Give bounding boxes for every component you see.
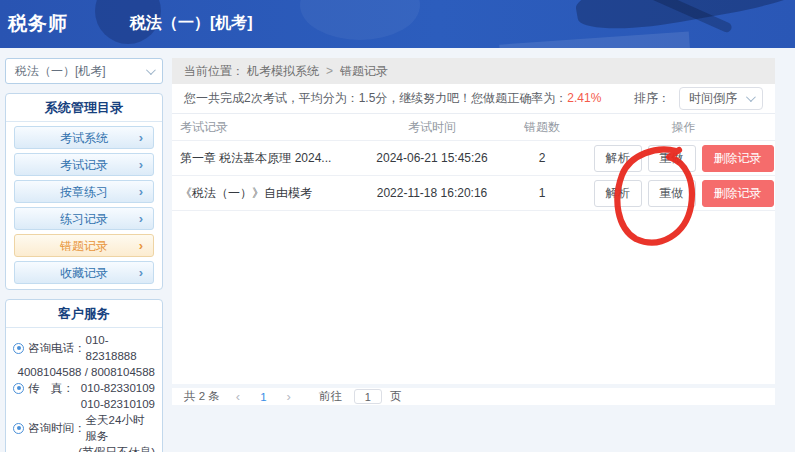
header-decor-hand-silhouette bbox=[572, 0, 795, 39]
phone-icon bbox=[13, 343, 24, 354]
redo-button[interactable]: 重做 bbox=[648, 180, 696, 207]
sidebar-item-favorites[interactable]: 收藏记录 › bbox=[14, 261, 154, 284]
sidebar: 税法（一）[机考] 系统管理目录 考试系统 › 考试记录 › 按章练习 › 练习… bbox=[5, 58, 163, 452]
service-line: 传 真： 010-82330109 bbox=[6, 380, 162, 396]
sidebar-item-label: 考试系统 bbox=[60, 131, 108, 145]
sort-label: 排序： bbox=[634, 90, 670, 107]
goto-label: 前往 bbox=[319, 389, 342, 404]
redo-button[interactable]: 重做 bbox=[648, 145, 696, 172]
header-decor-shape bbox=[300, 0, 420, 40]
breadcrumb-current: 错题记录 bbox=[340, 63, 388, 80]
fax-icon bbox=[13, 383, 24, 394]
header-decor-sheet bbox=[499, 31, 691, 48]
table-row: 《税法（一）》自由模考 2022-11-18 16:20:16 1 解析 重做 … bbox=[172, 176, 775, 211]
delete-record-button[interactable]: 删除记录 bbox=[702, 145, 774, 172]
sidebar-item-chapter-practice[interactable]: 按章练习 › bbox=[14, 180, 154, 203]
header-cell-actions: 操作 bbox=[592, 119, 775, 136]
customer-service-panel: 客户服务 咨询电话： 010-82318888 4008104588 / 800… bbox=[5, 299, 163, 452]
pagination: 共 2 条 ‹ 1 › 前往 页 bbox=[172, 388, 775, 405]
sidebar-item-label: 练习记录 bbox=[60, 212, 108, 226]
header-cell-error-count: 错题数 bbox=[492, 119, 592, 136]
cell-exam-name: 《税法（一）》自由模考 bbox=[172, 185, 372, 202]
customer-service-title: 客户服务 bbox=[6, 300, 162, 328]
sidebar-item-label: 错题记录 bbox=[60, 239, 108, 253]
page-title: 税法（一）[机考] bbox=[130, 13, 253, 34]
chevron-right-icon: › bbox=[139, 127, 143, 149]
cell-error-count: 2 bbox=[492, 151, 592, 165]
service-fax-1: 010-82330109 bbox=[81, 380, 155, 396]
analysis-button[interactable]: 解析 bbox=[594, 145, 642, 172]
breadcrumb-prefix: 当前位置： bbox=[184, 63, 244, 80]
sidebar-item-practice-records[interactable]: 练习记录 › bbox=[14, 207, 154, 230]
service-phone-1: 010-82318888 bbox=[86, 332, 156, 364]
course-select[interactable]: 税法（一）[机考] bbox=[5, 58, 163, 84]
main-content: 当前位置： 机考模拟系统 > 错题记录 您一共完成2次考试，平均分为：1.5分，… bbox=[172, 58, 775, 405]
breadcrumb-separator-icon: > bbox=[326, 64, 333, 78]
goto-suffix: 页 bbox=[390, 389, 402, 404]
header-decor-pen bbox=[647, 0, 733, 34]
chevron-right-icon: › bbox=[139, 181, 143, 203]
header-cell-exam-record: 考试记录 bbox=[172, 119, 372, 136]
service-line: 咨询时间： 全天24小时服务 bbox=[6, 412, 162, 444]
stats-summary: 您一共完成2次考试，平均分为：1.5分，继续努力吧！您做题正确率为： bbox=[184, 91, 567, 105]
course-select-value: 税法（一）[机考] bbox=[15, 63, 106, 80]
sort-value: 时间倒序 bbox=[689, 90, 737, 107]
service-line: 4008104588 / 8008104588 bbox=[6, 364, 162, 380]
breadcrumb: 当前位置： 机考模拟系统 > 错题记录 bbox=[172, 58, 775, 84]
service-hours-2: (节假日不休息) bbox=[78, 444, 155, 452]
chevron-right-icon: › bbox=[139, 262, 143, 284]
chevron-down-icon bbox=[746, 92, 756, 102]
service-line: 咨询电话： 010-82318888 bbox=[6, 332, 162, 364]
system-menu-title: 系统管理目录 bbox=[6, 94, 162, 122]
prev-page-button[interactable]: ‹ bbox=[232, 389, 244, 404]
breadcrumb-parent[interactable]: 机考模拟系统 bbox=[247, 63, 319, 80]
next-page-button[interactable]: › bbox=[283, 389, 295, 404]
page-number-1[interactable]: 1 bbox=[256, 391, 270, 403]
sort-box: 排序： 时间倒序 bbox=[634, 87, 763, 110]
cell-actions: 解析 重做 删除记录 bbox=[592, 145, 775, 172]
sidebar-item-label: 按章练习 bbox=[60, 185, 108, 199]
accuracy-value: 2.41% bbox=[567, 91, 601, 105]
sidebar-item-exam-records[interactable]: 考试记录 › bbox=[14, 153, 154, 176]
service-phone-2: 4008104588 / 8008104588 bbox=[17, 364, 155, 380]
service-fax-2: 010-82310109 bbox=[81, 396, 155, 412]
table-row: 第一章 税法基本原理 2024... 2024-06-21 15:45:26 2… bbox=[172, 141, 775, 176]
service-label: 咨询时间： bbox=[28, 420, 86, 436]
chevron-right-icon: › bbox=[139, 235, 143, 257]
sidebar-item-label: 收藏记录 bbox=[60, 266, 108, 280]
cell-error-count: 1 bbox=[492, 186, 592, 200]
goto-page-input[interactable] bbox=[354, 389, 382, 404]
stats-text: 您一共完成2次考试，平均分为：1.5分，继续努力吧！您做题正确率为：2.41% bbox=[184, 90, 634, 107]
sidebar-item-exam-system[interactable]: 考试系统 › bbox=[14, 126, 154, 149]
sort-select[interactable]: 时间倒序 bbox=[679, 87, 763, 110]
service-line: (节假日不休息) bbox=[6, 444, 162, 452]
analysis-button[interactable]: 解析 bbox=[594, 180, 642, 207]
stats-row: 您一共完成2次考试，平均分为：1.5分，继续努力吧！您做题正确率为：2.41% … bbox=[172, 84, 775, 114]
chevron-right-icon: › bbox=[139, 208, 143, 230]
service-label: 传 真： bbox=[28, 380, 74, 396]
brand-title: 税务师 bbox=[8, 11, 68, 37]
system-menu-panel: 系统管理目录 考试系统 › 考试记录 › 按章练习 › 练习记录 › 错题记录 … bbox=[5, 93, 163, 290]
cell-exam-time: 2022-11-18 16:20:16 bbox=[372, 186, 492, 200]
records-panel: 您一共完成2次考试，平均分为：1.5分，继续努力吧！您做题正确率为：2.41% … bbox=[172, 84, 775, 384]
table-header: 考试记录 考试时间 错题数 操作 bbox=[172, 114, 775, 141]
header-bar: 税务师 税法（一）[机考] bbox=[0, 0, 795, 48]
sidebar-item-label: 考试记录 bbox=[60, 158, 108, 172]
chevron-down-icon bbox=[146, 65, 156, 75]
header-cell-exam-time: 考试时间 bbox=[372, 119, 492, 136]
chevron-right-icon: › bbox=[139, 154, 143, 176]
delete-record-button[interactable]: 删除记录 bbox=[702, 180, 774, 207]
cell-actions: 解析 重做 删除记录 bbox=[592, 180, 775, 207]
total-count: 共 2 条 bbox=[184, 389, 220, 404]
cell-exam-time: 2024-06-21 15:45:26 bbox=[372, 151, 492, 165]
service-line: 010-82310109 bbox=[6, 396, 162, 412]
clock-icon bbox=[13, 423, 24, 434]
sidebar-item-wrong-question-records[interactable]: 错题记录 › bbox=[14, 234, 154, 257]
service-hours-1: 全天24小时服务 bbox=[86, 412, 156, 444]
service-label: 咨询电话： bbox=[28, 340, 86, 356]
cell-exam-name: 第一章 税法基本原理 2024... bbox=[172, 150, 372, 167]
